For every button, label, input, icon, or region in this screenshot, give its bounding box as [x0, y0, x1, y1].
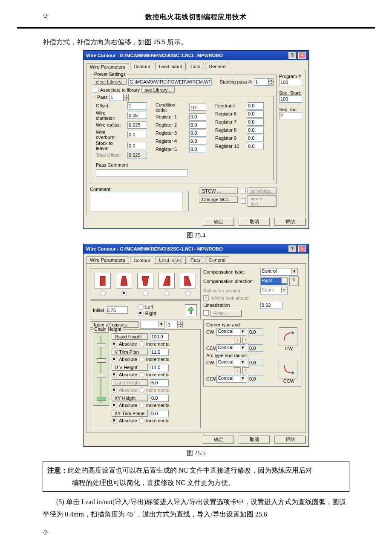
ok-button[interactable]: 确定 — [203, 436, 234, 444]
comp-dir-select[interactable]: Right — [260, 277, 288, 285]
shape-radio-3[interactable] — [143, 291, 148, 296]
filter-checkbox[interactable] — [203, 310, 209, 316]
tab-cuts[interactable]: Cuts — [187, 256, 204, 263]
height-row-btn-1[interactable]: V Trim Plan — [112, 349, 148, 355]
height-row-btn-0[interactable]: Rapid Height — [112, 333, 148, 340]
register-6-input[interactable] — [247, 110, 264, 118]
seq-start-input[interactable] — [279, 95, 302, 103]
height-row-input-1[interactable] — [150, 349, 169, 356]
tab-cuts[interactable]: Cuts — [187, 63, 204, 70]
offset-input[interactable] — [127, 102, 147, 110]
infinite-look-ahead-checkbox[interactable]: ✓ — [203, 295, 209, 301]
register-1-input[interactable] — [189, 113, 206, 121]
stcw-button[interactable]: STCW ... — [199, 188, 238, 194]
height-row-input-0[interactable] — [150, 333, 169, 340]
shape-radio-4[interactable] — [164, 291, 170, 296]
help-button[interactable]: 帮助 — [274, 218, 306, 226]
close-icon[interactable]: × — [298, 52, 306, 59]
tab-general[interactable]: General — [205, 63, 229, 70]
help-icon[interactable]: ? — [288, 245, 296, 252]
select-library-button[interactable]: elect Library.. — [93, 78, 127, 85]
corner-cw-select[interactable]: Conical — [216, 328, 246, 336]
arc-ccw-select[interactable]: Conical — [216, 375, 246, 383]
initial-input[interactable] — [106, 306, 128, 314]
inc-radio-5[interactable] — [139, 418, 144, 424]
abs-radio-2[interactable] — [112, 372, 117, 378]
tab-general[interactable]: General — [205, 256, 229, 263]
abs-radio-0[interactable] — [112, 341, 117, 347]
down-icon[interactable]: ↓ — [234, 367, 241, 374]
inc-radio-2[interactable] — [139, 372, 144, 378]
sc-values-checkbox[interactable] — [241, 188, 246, 193]
taper-stepper[interactable]: ▴▾ — [167, 321, 183, 328]
cancel-button[interactable]: 取消 — [239, 218, 270, 226]
library-path-input[interactable] — [128, 78, 212, 86]
scrollbar[interactable] — [182, 192, 188, 211]
tab-wire-parameters[interactable]: Wire Parameters — [86, 256, 129, 263]
wire-overburn-input[interactable] — [127, 131, 147, 138]
change-nci-button[interactable]: Change NCI... — [199, 196, 238, 203]
arc-cw-select[interactable]: Conical — [216, 359, 246, 366]
wire-radius-input[interactable] — [127, 121, 147, 129]
right-radio[interactable] — [138, 311, 144, 316]
shape-icon-3[interactable] — [137, 273, 153, 289]
height-row-btn-5[interactable]: XY Trim Plane — [112, 410, 148, 417]
save-library-button[interactable]: ave Library .. — [141, 87, 175, 93]
stock-to-leave-input[interactable] — [127, 142, 147, 149]
pass-stepper[interactable]: ▴▾ — [109, 94, 129, 101]
up-icon[interactable]: ↑ — [242, 337, 249, 343]
height-row-input-4[interactable] — [150, 395, 169, 402]
taper-select[interactable] — [140, 321, 165, 329]
register-5-input[interactable] — [189, 146, 206, 153]
shape-icon-2[interactable] — [116, 273, 132, 289]
comp-type-select[interactable]: Control — [260, 268, 298, 276]
down-icon[interactable]: ↓ — [234, 337, 241, 343]
height-row-input-5[interactable] — [150, 410, 169, 417]
close-icon[interactable]: × — [298, 245, 306, 252]
tab-contour[interactable]: Contour — [130, 257, 154, 264]
shape-radio-1[interactable] — [100, 291, 106, 296]
shape-icon-4[interactable] — [159, 273, 175, 289]
inc-radio-4[interactable] — [139, 403, 144, 408]
corner-ccw-select[interactable]: Conical — [216, 344, 246, 352]
height-row-input-3[interactable] — [150, 379, 169, 387]
tab-wire-parameters[interactable]: Wire Parameters — [86, 63, 129, 70]
up-icon[interactable]: ↑ — [242, 367, 249, 374]
linearization-input[interactable] — [260, 302, 282, 309]
inc-radio-1[interactable] — [139, 357, 144, 362]
register-3-input[interactable] — [189, 130, 206, 137]
inc-radio-0[interactable] — [139, 341, 144, 347]
feedrate-input[interactable] — [247, 102, 264, 110]
comment-textarea[interactable] — [90, 192, 189, 211]
tab-lead-inout[interactable]: Lead in/out — [155, 63, 186, 70]
mned-text-checkbox[interactable] — [241, 198, 246, 204]
help-icon[interactable]: ? — [288, 52, 296, 59]
abs-radio-5[interactable] — [112, 418, 117, 424]
register-10-input[interactable] — [247, 143, 264, 150]
shape-icon-1[interactable] — [95, 273, 111, 289]
abs-radio-4[interactable] — [112, 403, 117, 408]
register-8-input[interactable] — [247, 127, 264, 134]
help-button[interactable]: 帮助 — [274, 436, 306, 444]
height-row-btn-2[interactable]: U V Height — [112, 364, 148, 371]
associate-library-checkbox[interactable] — [93, 87, 98, 92]
condition-code-input[interactable] — [189, 104, 206, 111]
register-9-input[interactable] — [247, 135, 264, 142]
height-slider[interactable] — [93, 332, 109, 406]
shape-radio-2[interactable] — [121, 291, 127, 296]
shape-icon-5[interactable] — [180, 273, 196, 289]
reverse-icon[interactable]: ↻ — [289, 277, 299, 286]
register-4-input[interactable] — [189, 138, 206, 145]
abs-radio-1[interactable] — [112, 357, 117, 362]
starting-pass-stepper[interactable]: ▴▾ — [254, 78, 274, 86]
register-2-input[interactable] — [189, 121, 206, 129]
cancel-button[interactable]: 取消 — [239, 436, 270, 444]
tab-lead-inout[interactable]: Lead in/out — [155, 256, 186, 263]
tab-contour[interactable]: Contour — [130, 63, 154, 70]
wire-diameter-input[interactable] — [127, 112, 147, 119]
ok-button[interactable]: 确定 — [203, 218, 234, 226]
register-7-input[interactable] — [247, 118, 264, 126]
seq-inc-input[interactable] — [279, 112, 302, 119]
left-radio[interactable] — [138, 304, 144, 310]
height-row-btn-4[interactable]: XY Height — [112, 395, 148, 401]
